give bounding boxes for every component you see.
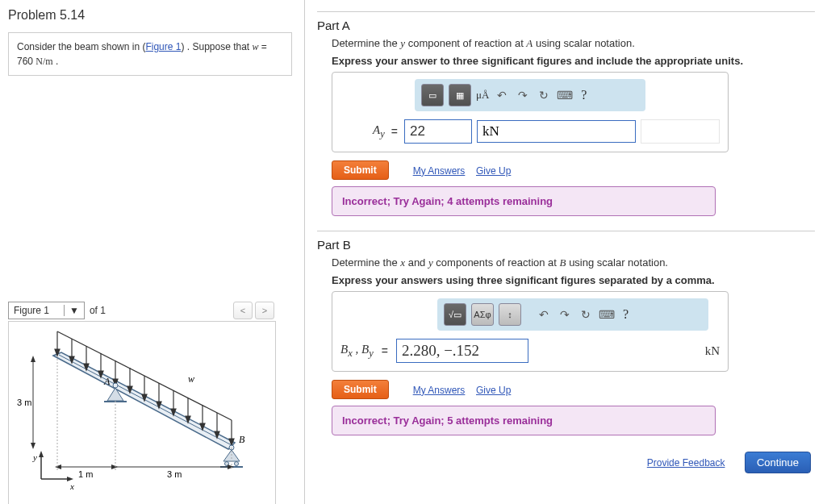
svg-marker-6 (31, 443, 36, 449)
svg-marker-5 (31, 356, 36, 362)
dropdown-icon: ▼ (64, 305, 79, 316)
t: and (405, 256, 428, 269)
problem-prompt: Consider the beam shown in (Figure 1) . … (8, 32, 292, 76)
axis-x-label: x (69, 481, 74, 491)
undo-icon[interactable]: ↶ (494, 87, 510, 103)
format-icon[interactable]: ▦ (449, 84, 471, 106)
t: B (560, 256, 566, 269)
t: using scalar notation. (533, 37, 634, 49)
figure-label: Figure 1 (14, 305, 49, 316)
var-w: w (253, 41, 259, 52)
axis-y-label: y (32, 452, 37, 462)
vector-icon[interactable]: ↕ (499, 303, 521, 326)
t: using scalar notation. (566, 256, 668, 269)
keyboard-icon[interactable]: ⌨ (599, 306, 615, 323)
figure-panel: y x 3 m (8, 321, 276, 504)
symbols-button[interactable]: ΑΣφ (471, 303, 494, 326)
svg-marker-1 (39, 451, 44, 457)
help-icon[interactable]: ? (623, 307, 629, 322)
units-label: μÅ (476, 89, 489, 102)
reset-icon[interactable]: ↻ (578, 306, 594, 323)
help-icon[interactable]: ? (581, 88, 587, 102)
svg-marker-45 (55, 464, 61, 469)
partA-toolbar: ▭ ▦ μÅ ↶ ↷ ↻ ⌨ ? (415, 79, 645, 111)
partA-giveup-link[interactable]: Give Up (476, 165, 511, 177)
partA-answer-area: ▭ ▦ μÅ ↶ ↷ ↻ ⌨ ? Ay = (332, 72, 729, 152)
partB-submit-button[interactable]: Submit (332, 380, 389, 399)
partB-title: Part B (317, 238, 815, 252)
prompt-text2: ) . Suppose that (181, 41, 252, 52)
template-icon[interactable]: ▭ (421, 84, 444, 106)
partA-unit-input[interactable] (477, 120, 636, 143)
partB-var-label: Bx , By (340, 343, 374, 360)
partB-toolbar: √▭ ΑΣφ ↕ ↶ ↷ ↻ ⌨ ? (437, 298, 708, 331)
partB-myanswers-link[interactable]: My Answers (413, 385, 466, 396)
figure-count: of 1 (85, 305, 111, 316)
prompt-text: Consider the beam shown in ( (17, 41, 145, 52)
dim-3m: 3 m (167, 469, 182, 479)
partB-feedback: Incorrect; Try Again; 5 attempts remaini… (332, 406, 716, 435)
partA-myanswers-link[interactable]: My Answers (413, 165, 466, 177)
equals-sign: = (380, 344, 390, 357)
provide-feedback-link[interactable]: Provide Feedback (647, 457, 725, 469)
t: Determine the (332, 256, 400, 269)
equals-sign: = (390, 125, 399, 138)
figure-prev-button[interactable]: < (233, 302, 253, 319)
keyboard-icon[interactable]: ⌨ (557, 87, 573, 103)
partA-instr: Express your answer to three significant… (332, 55, 815, 67)
svg-point-42 (235, 462, 239, 466)
reset-icon[interactable]: ↻ (536, 87, 552, 103)
problem-title: Problem 5.14 (8, 8, 304, 23)
partA-title: Part A (317, 19, 815, 32)
load-w: w (188, 373, 194, 385)
partA-feedback: Incorrect; Try Again; 4 attempts remaini… (332, 186, 716, 216)
partB-value-input[interactable]: 2.280, −.152 (396, 339, 528, 363)
partA-desc: Determine the y component of reaction at… (332, 37, 815, 50)
partB-giveup-link[interactable]: Give Up (476, 385, 511, 396)
dim-vertical: 3 m (17, 398, 31, 407)
dim-1m: 1 m (78, 469, 93, 479)
redo-icon[interactable]: ↷ (557, 306, 573, 323)
figure-link[interactable]: Figure 1 (145, 41, 181, 52)
figure-next-button[interactable]: > (255, 302, 274, 319)
svg-marker-48 (228, 464, 234, 469)
t: Determine the (332, 37, 400, 49)
partB-unit: kN (705, 344, 720, 358)
undo-icon[interactable]: ↶ (536, 306, 552, 323)
period: . (53, 56, 59, 67)
redo-icon[interactable]: ↷ (515, 87, 531, 103)
partA-submit-button[interactable]: Submit (332, 160, 389, 180)
t: components of reaction at (433, 256, 560, 269)
point-B: B (239, 434, 245, 445)
partB-answer-area: √▭ ΑΣφ ↕ ↶ ↷ ↻ ⌨ ? Bx , By = 2.280, −.15… (332, 291, 729, 372)
partB-desc: Determine the x and y components of reac… (332, 256, 815, 269)
partA-value-input[interactable] (404, 119, 472, 144)
continue-button[interactable]: Continue (745, 452, 811, 473)
partA-extra-box[interactable] (641, 119, 720, 144)
partB-instr: Express your answers using three signifi… (332, 274, 815, 286)
point-A: A (103, 376, 111, 387)
template-icon[interactable]: √▭ (444, 303, 466, 326)
partA-var-label: Ay (373, 123, 385, 140)
t: component of reaction at (405, 37, 526, 49)
unit-text: N/m (36, 56, 52, 67)
figure-selector[interactable]: Figure 1 ▼ (8, 302, 85, 319)
